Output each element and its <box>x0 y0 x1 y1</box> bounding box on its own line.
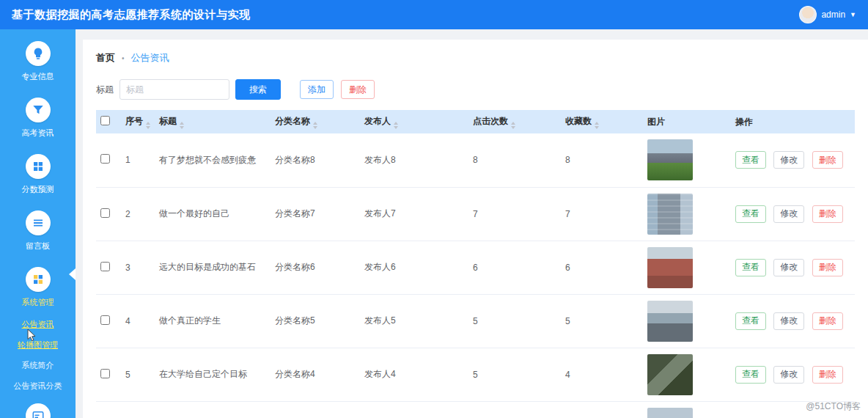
sidebar-item-message-board[interactable]: 留言板 <box>26 210 51 252</box>
edit-button[interactable]: 修改 <box>773 259 804 276</box>
row-index: 5 <box>121 348 155 401</box>
row-checkbox[interactable] <box>100 262 110 271</box>
row-delete-button[interactable]: 删除 <box>812 366 843 384</box>
edit-button[interactable]: 修改 <box>773 366 804 384</box>
card-icon <box>26 403 51 418</box>
sort-icon[interactable] <box>394 122 398 129</box>
row-index: 4 <box>121 294 155 348</box>
view-button[interactable]: 查看 <box>735 259 766 276</box>
sort-icon[interactable] <box>595 122 599 129</box>
sidebar-item-label: 系统管理 <box>22 297 54 308</box>
sort-icon[interactable] <box>146 122 150 129</box>
sidebar-item-system-manage[interactable]: 系统管理 <box>22 267 54 308</box>
sidebar-subitem-carousel[interactable]: 轮播图管理 <box>18 340 58 351</box>
sidebar-item-personal-center[interactable]: 个人中心 <box>22 403 54 418</box>
row-delete-button[interactable]: 删除 <box>812 259 843 276</box>
sort-icon[interactable] <box>313 122 317 129</box>
row-checkbox[interactable] <box>100 315 110 325</box>
sidebar-item-score-predict[interactable]: 分数预测 <box>22 154 54 195</box>
edit-button[interactable]: 修改 <box>773 312 804 330</box>
row-index: 1 <box>121 133 155 187</box>
breadcrumb-current[interactable]: 公告资讯 <box>131 51 169 65</box>
sidebar-subitem-system-intro[interactable]: 系统简介 <box>22 360 54 371</box>
table-row: 查看 修改 删除 <box>96 401 855 418</box>
select-all-checkbox[interactable] <box>100 116 110 125</box>
row-clicks: 8 <box>468 133 561 187</box>
edit-button[interactable]: 修改 <box>773 205 804 223</box>
row-title: 做个真正的学生 <box>155 294 271 348</box>
edit-button[interactable]: 修改 <box>773 151 804 169</box>
mouse-cursor <box>26 329 37 344</box>
row-image <box>647 247 693 288</box>
row-clicks: 7 <box>468 187 561 241</box>
title-filter-input[interactable] <box>119 79 229 100</box>
row-publisher <box>360 401 468 418</box>
column-header-no: 序号 <box>121 110 155 133</box>
row-title <box>155 401 271 418</box>
sidebar-item-label: 分数预测 <box>22 184 54 195</box>
column-header-image: 图片 <box>643 110 731 133</box>
row-image <box>647 301 693 342</box>
search-button[interactable]: 搜索 <box>235 79 281 100</box>
row-category: 分类名称6 <box>271 241 360 294</box>
view-button[interactable]: 查看 <box>735 312 766 330</box>
row-publisher: 发布人7 <box>360 187 468 241</box>
sidebar-item-label: 留言板 <box>26 241 50 252</box>
sidebar-item-major-info[interactable]: 专业信息 <box>22 41 54 82</box>
row-image <box>647 408 693 418</box>
row-publisher: 发布人8 <box>360 133 468 187</box>
row-checkbox[interactable] <box>100 369 110 378</box>
row-title: 在大学给自己定个目标 <box>155 348 271 401</box>
table-row: 3 远大的目标是成功的基石 分类名称6 发布人6 6 6 查看 修改 删除 <box>96 241 855 294</box>
row-title: 做一个最好的自己 <box>155 187 271 241</box>
sort-icon[interactable] <box>511 122 515 129</box>
user-menu[interactable]: admin ▼ <box>799 6 856 23</box>
grid-icon <box>26 267 51 292</box>
row-index <box>121 401 155 418</box>
column-header-favorites: 收藏数 <box>561 110 643 133</box>
breadcrumb-separator: • <box>122 54 125 62</box>
view-button[interactable]: 查看 <box>735 366 766 384</box>
row-publisher: 发布人4 <box>360 348 468 401</box>
add-button[interactable]: 添加 <box>300 80 334 99</box>
row-favorites: 7 <box>561 187 643 241</box>
row-category <box>271 401 360 418</box>
row-delete-button[interactable]: 删除 <box>812 312 843 330</box>
app-window: 基于数据挖掘的高考志愿推荐系统的设计与实现 admin ▼ 专业信息 高考资讯 … <box>0 0 868 418</box>
sort-icon[interactable] <box>180 122 184 129</box>
view-button[interactable]: 查看 <box>735 205 766 223</box>
row-index: 2 <box>121 187 155 241</box>
top-header: 基于数据挖掘的高考志愿推荐系统的设计与实现 admin ▼ <box>0 0 868 29</box>
title-filter-label: 标题 <box>96 84 114 96</box>
bulb-icon <box>26 41 51 66</box>
row-image <box>647 354 693 395</box>
table-header-row: 序号 标题 分类名称 发布人 点击次数 收藏数 图片 操作 <box>96 110 855 133</box>
sidebar-subitem-announcement-category[interactable]: 公告资讯分类 <box>14 381 62 392</box>
row-category: 分类名称5 <box>271 294 360 348</box>
sidebar-item-gaokao-news[interactable]: 高考资讯 <box>22 98 54 139</box>
view-button[interactable]: 查看 <box>735 151 766 169</box>
row-delete-button[interactable]: 删除 <box>812 205 843 223</box>
main-content: 首页 • 公告资讯 标题 搜索 添加 删除 <box>76 29 868 418</box>
sidebar-collapse-arrow[interactable] <box>69 268 76 280</box>
row-favorites <box>561 401 643 418</box>
delete-selected-button[interactable]: 删除 <box>341 80 375 99</box>
column-header-category: 分类名称 <box>271 110 360 133</box>
breadcrumb-home[interactable]: 首页 <box>96 51 115 65</box>
row-title: 有了梦想就不会感到疲惫 <box>155 133 271 187</box>
watermark: @51CTO博客 <box>806 400 861 413</box>
row-category: 分类名称8 <box>271 133 360 187</box>
sidebar: 专业信息 高考资讯 分数预测 留言板 系统管理 <box>0 29 76 418</box>
row-delete-button[interactable]: 删除 <box>812 151 843 169</box>
funnel-icon <box>26 98 51 122</box>
row-checkbox[interactable] <box>100 154 110 164</box>
row-checkbox[interactable] <box>100 208 110 218</box>
toolbar: 标题 搜索 添加 删除 <box>96 79 855 100</box>
row-favorites: 4 <box>561 348 643 401</box>
column-header-publisher: 发布人 <box>360 110 468 133</box>
column-header-title: 标题 <box>155 110 271 133</box>
row-clicks: 5 <box>468 294 561 348</box>
row-publisher: 发布人5 <box>360 294 468 348</box>
sidebar-item-label: 高考资讯 <box>22 128 54 139</box>
table-row: 2 做一个最好的自己 分类名称7 发布人7 7 7 查看 修改 删除 <box>96 187 855 241</box>
